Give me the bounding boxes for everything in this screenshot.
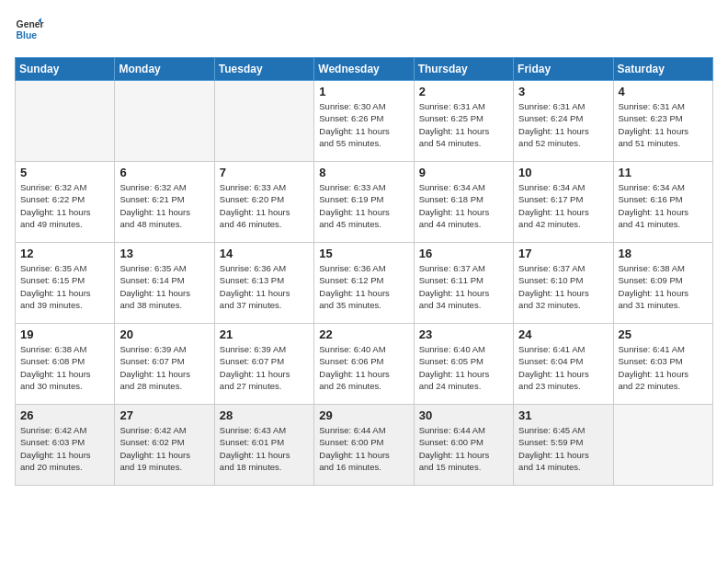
calendar-cell: 26Sunrise: 6:42 AM Sunset: 6:03 PM Dayli… [16,405,115,486]
calendar-cell: 25Sunrise: 6:41 AM Sunset: 6:03 PM Dayli… [613,324,712,405]
calendar-cell: 20Sunrise: 6:39 AM Sunset: 6:07 PM Dayli… [115,324,214,405]
cell-info: Sunrise: 6:30 AM Sunset: 6:26 PM Dayligh… [319,100,408,149]
svg-text:Blue: Blue [17,30,38,40]
cell-info: Sunrise: 6:36 AM Sunset: 6:12 PM Dayligh… [319,262,408,311]
cell-info: Sunrise: 6:31 AM Sunset: 6:24 PM Dayligh… [518,100,608,149]
calendar-cell: 6Sunrise: 6:32 AM Sunset: 6:21 PM Daylig… [115,162,214,243]
cell-info: Sunrise: 6:38 AM Sunset: 6:09 PM Dayligh… [619,262,708,311]
weekday-header-cell: Sunday [16,58,115,81]
day-number: 3 [518,85,608,98]
calendar-cell: 5Sunrise: 6:32 AM Sunset: 6:22 PM Daylig… [16,162,115,243]
calendar-cell: 16Sunrise: 6:37 AM Sunset: 6:11 PM Dayli… [414,243,513,324]
cell-info: Sunrise: 6:32 AM Sunset: 6:21 PM Dayligh… [119,181,209,230]
calendar-cell: 9Sunrise: 6:34 AM Sunset: 6:18 PM Daylig… [414,162,513,243]
day-number: 26 [20,408,109,422]
calendar-cell [613,405,712,486]
calendar-cell: 31Sunrise: 6:45 AM Sunset: 5:59 PM Dayli… [514,405,613,486]
day-number: 28 [220,408,309,422]
cell-info: Sunrise: 6:31 AM Sunset: 6:23 PM Dayligh… [619,100,708,149]
day-number: 22 [319,327,408,341]
day-number: 16 [419,247,508,260]
calendar-week-row: 19Sunrise: 6:38 AM Sunset: 6:08 PM Dayli… [16,324,713,405]
calendar-table: SundayMondayTuesdayWednesdayThursdayFrid… [15,57,713,486]
cell-info: Sunrise: 6:33 AM Sunset: 6:19 PM Dayligh… [319,181,408,230]
day-number: 14 [220,247,309,260]
cell-info: Sunrise: 6:41 AM Sunset: 6:03 PM Dayligh… [619,343,708,392]
cell-info: Sunrise: 6:41 AM Sunset: 6:04 PM Dayligh… [518,343,608,392]
calendar-cell: 14Sunrise: 6:36 AM Sunset: 6:13 PM Dayli… [214,243,313,324]
cell-info: Sunrise: 6:45 AM Sunset: 5:59 PM Dayligh… [518,424,608,473]
weekday-header-cell: Tuesday [214,58,313,81]
day-number: 30 [419,408,508,422]
calendar-cell [214,81,313,162]
day-number: 25 [619,327,708,341]
weekday-header-cell: Friday [514,58,613,81]
calendar-cell: 27Sunrise: 6:42 AM Sunset: 6:02 PM Dayli… [115,405,214,486]
day-number: 9 [419,166,508,179]
cell-info: Sunrise: 6:37 AM Sunset: 6:11 PM Dayligh… [419,262,508,311]
calendar-cell: 15Sunrise: 6:36 AM Sunset: 6:12 PM Dayli… [314,243,414,324]
day-number: 15 [319,247,408,260]
weekday-header-cell: Monday [115,58,214,81]
cell-info: Sunrise: 6:43 AM Sunset: 6:01 PM Dayligh… [220,424,309,473]
calendar-cell: 29Sunrise: 6:44 AM Sunset: 6:00 PM Dayli… [314,405,414,486]
cell-info: Sunrise: 6:42 AM Sunset: 6:02 PM Dayligh… [119,424,209,473]
logo: General Blue [15,15,44,44]
calendar-cell: 7Sunrise: 6:33 AM Sunset: 6:20 PM Daylig… [214,162,313,243]
day-number: 2 [419,85,508,98]
calendar-week-row: 26Sunrise: 6:42 AM Sunset: 6:03 PM Dayli… [16,405,713,486]
cell-info: Sunrise: 6:33 AM Sunset: 6:20 PM Dayligh… [220,181,309,230]
page-container: General Blue SundayMondayTuesdayWednesda… [0,0,728,495]
calendar-cell [16,81,115,162]
cell-info: Sunrise: 6:39 AM Sunset: 6:07 PM Dayligh… [119,343,209,392]
calendar-cell: 2Sunrise: 6:31 AM Sunset: 6:25 PM Daylig… [414,81,513,162]
day-number: 31 [518,408,608,422]
cell-info: Sunrise: 6:36 AM Sunset: 6:13 PM Dayligh… [220,262,309,311]
calendar-week-row: 1Sunrise: 6:30 AM Sunset: 6:26 PM Daylig… [16,81,713,162]
calendar-cell: 4Sunrise: 6:31 AM Sunset: 6:23 PM Daylig… [613,81,712,162]
day-number: 21 [220,327,309,341]
calendar-cell: 10Sunrise: 6:34 AM Sunset: 6:17 PM Dayli… [514,162,613,243]
day-number: 12 [20,247,109,260]
day-number: 17 [518,247,608,260]
day-number: 18 [619,247,708,260]
day-number: 7 [220,166,309,179]
cell-info: Sunrise: 6:37 AM Sunset: 6:10 PM Dayligh… [518,262,608,311]
day-number: 10 [518,166,608,179]
calendar-cell: 22Sunrise: 6:40 AM Sunset: 6:06 PM Dayli… [314,324,414,405]
calendar-cell: 12Sunrise: 6:35 AM Sunset: 6:15 PM Dayli… [16,243,115,324]
calendar-cell: 8Sunrise: 6:33 AM Sunset: 6:19 PM Daylig… [314,162,414,243]
weekday-header-cell: Saturday [613,58,712,81]
cell-info: Sunrise: 6:34 AM Sunset: 6:16 PM Dayligh… [619,181,708,230]
cell-info: Sunrise: 6:35 AM Sunset: 6:14 PM Dayligh… [119,262,209,311]
day-number: 13 [119,247,209,260]
cell-info: Sunrise: 6:38 AM Sunset: 6:08 PM Dayligh… [20,343,109,392]
cell-info: Sunrise: 6:31 AM Sunset: 6:25 PM Dayligh… [419,100,508,149]
calendar-cell: 17Sunrise: 6:37 AM Sunset: 6:10 PM Dayli… [514,243,613,324]
cell-info: Sunrise: 6:42 AM Sunset: 6:03 PM Dayligh… [20,424,109,473]
cell-info: Sunrise: 6:44 AM Sunset: 6:00 PM Dayligh… [419,424,508,473]
calendar-cell [115,81,214,162]
day-number: 1 [319,85,408,98]
calendar-cell: 19Sunrise: 6:38 AM Sunset: 6:08 PM Dayli… [16,324,115,405]
cell-info: Sunrise: 6:40 AM Sunset: 6:06 PM Dayligh… [319,343,408,392]
header: General Blue [15,15,713,44]
day-number: 27 [119,408,209,422]
cell-info: Sunrise: 6:34 AM Sunset: 6:17 PM Dayligh… [518,181,608,230]
day-number: 29 [319,408,408,422]
day-number: 5 [20,166,109,179]
cell-info: Sunrise: 6:40 AM Sunset: 6:05 PM Dayligh… [419,343,508,392]
day-number: 20 [119,327,209,341]
calendar-cell: 11Sunrise: 6:34 AM Sunset: 6:16 PM Dayli… [613,162,712,243]
weekday-header-cell: Wednesday [314,58,414,81]
calendar-cell: 18Sunrise: 6:38 AM Sunset: 6:09 PM Dayli… [613,243,712,324]
weekday-header-cell: Thursday [414,58,513,81]
day-number: 4 [619,85,708,98]
cell-info: Sunrise: 6:35 AM Sunset: 6:15 PM Dayligh… [20,262,109,311]
day-number: 11 [619,166,708,179]
calendar-cell: 13Sunrise: 6:35 AM Sunset: 6:14 PM Dayli… [115,243,214,324]
cell-info: Sunrise: 6:34 AM Sunset: 6:18 PM Dayligh… [419,181,508,230]
day-number: 19 [20,327,109,341]
weekday-header-row: SundayMondayTuesdayWednesdayThursdayFrid… [16,58,713,81]
calendar-cell: 23Sunrise: 6:40 AM Sunset: 6:05 PM Dayli… [414,324,513,405]
